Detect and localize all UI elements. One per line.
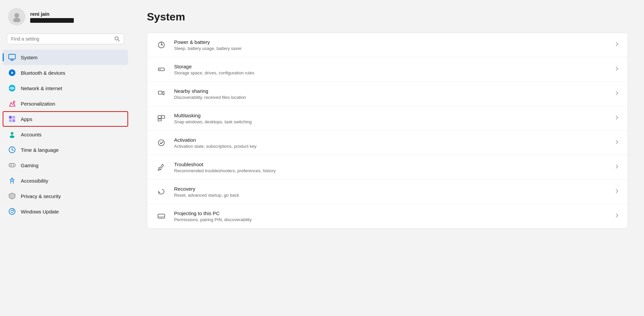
storage-chevron-icon [614, 66, 620, 73]
power-battery-text: Power & batterySleep, battery usage, bat… [174, 39, 607, 51]
privacy-nav-icon [8, 192, 16, 200]
settings-item-multitasking[interactable]: MultitaskingSnap windows, desktops, task… [147, 106, 628, 131]
sidebar-item-time[interactable]: Time & language [3, 142, 128, 157]
sidebar-item-accessibility[interactable]: Accessibility [3, 173, 128, 188]
activation-title: Activation [174, 137, 607, 143]
multitasking-text: MultitaskingSnap windows, desktops, task… [174, 113, 607, 124]
accessibility-nav-icon [8, 177, 16, 185]
network-nav-icon [8, 84, 16, 92]
nav-list: SystemBluetooth & devicesNetwork & inter… [0, 48, 131, 316]
svg-point-41 [161, 217, 162, 218]
power-battery-title: Power & battery [174, 39, 607, 45]
troubleshoot-icon [155, 161, 167, 173]
sidebar-item-personalization[interactable]: Personalization [3, 96, 128, 111]
nearby-sharing-icon [155, 88, 167, 100]
multitasking-chevron-icon [614, 115, 620, 122]
svg-rect-31 [160, 42, 163, 43]
avatar-icon [11, 11, 22, 22]
troubleshoot-title: Troubleshoot [174, 162, 607, 167]
svg-rect-32 [158, 68, 164, 71]
time-nav-icon [8, 146, 16, 154]
apps-nav-icon [8, 115, 16, 123]
sidebar-item-update[interactable]: Windows Update [3, 204, 128, 219]
activation-icon [155, 137, 167, 149]
update-nav-label: Windows Update [21, 209, 59, 214]
settings-item-storage[interactable]: StorageStorage space, drives, configurat… [147, 57, 628, 82]
svg-point-11 [13, 101, 15, 103]
sidebar-item-apps[interactable]: Apps [3, 111, 128, 127]
sidebar-item-network[interactable]: Network & internet [3, 80, 128, 96]
settings-item-nearby-sharing[interactable]: Nearby sharingDiscoverability, received … [147, 82, 628, 106]
svg-line-3 [118, 40, 120, 42]
main-content: System Power & batterySleep, battery usa… [131, 0, 644, 316]
settings-item-power-battery[interactable]: Power & batterySleep, battery usage, bat… [147, 33, 628, 57]
storage-icon [155, 63, 167, 75]
power-battery-chevron-icon [614, 42, 620, 48]
search-input[interactable] [11, 36, 112, 42]
bluetooth-nav-icon [8, 69, 16, 77]
sidebar-item-system[interactable]: System [3, 50, 128, 65]
page-title: System [147, 11, 628, 23]
settings-item-troubleshoot[interactable]: TroubleshootRecommended troubleshooters,… [147, 155, 628, 180]
svg-line-28 [13, 182, 14, 184]
sidebar-item-accounts[interactable]: Accounts [3, 127, 128, 142]
search-icon [114, 36, 120, 42]
gaming-nav-icon [8, 161, 16, 169]
accessibility-nav-label: Accessibility [21, 178, 48, 184]
search-box[interactable] [7, 34, 124, 44]
svg-rect-36 [161, 116, 165, 118]
multitasking-icon [155, 112, 167, 124]
svg-point-29 [9, 208, 15, 214]
nearby-sharing-chevron-icon [614, 90, 620, 97]
storage-desc: Storage space, drives, configuration rul… [174, 70, 607, 75]
troubleshoot-text: TroubleshootRecommended troubleshooters,… [174, 162, 607, 173]
nearby-sharing-title: Nearby sharing [174, 88, 607, 94]
settings-item-projecting[interactable]: Projecting to this PCPermissions, pairin… [147, 204, 628, 228]
sidebar-item-privacy[interactable]: Privacy & security [3, 188, 128, 204]
nearby-sharing-desc: Discoverability, received files location [174, 95, 607, 100]
activation-text: ActivationActivation state, subscription… [174, 137, 607, 149]
svg-rect-34 [158, 91, 162, 94]
accounts-nav-label: Accounts [21, 132, 42, 137]
svg-line-20 [12, 150, 13, 150]
gaming-nav-label: Gaming [21, 163, 39, 168]
sidebar-item-gaming[interactable]: Gaming [3, 157, 128, 173]
svg-rect-15 [12, 119, 15, 122]
power-battery-icon [155, 39, 167, 51]
multitasking-title: Multitasking [174, 113, 607, 118]
user-email-masked [30, 18, 74, 23]
nearby-sharing-text: Nearby sharingDiscoverability, received … [174, 88, 607, 100]
system-nav-icon [8, 53, 16, 61]
avatar [8, 8, 25, 25]
svg-point-1 [13, 18, 20, 22]
user-info: reni jain [30, 11, 74, 23]
svg-point-17 [10, 135, 14, 138]
privacy-nav-label: Privacy & security [21, 193, 61, 199]
recovery-chevron-icon [614, 188, 620, 195]
settings-list: Power & batterySleep, battery usage, bat… [147, 33, 628, 229]
sidebar-item-bluetooth[interactable]: Bluetooth & devices [3, 65, 128, 80]
svg-rect-4 [9, 54, 15, 59]
troubleshoot-desc: Recommended troubleshooters, preferences… [174, 168, 607, 173]
settings-item-activation[interactable]: ActivationActivation state, subscription… [147, 131, 628, 155]
svg-point-26 [11, 178, 13, 179]
activation-desc: Activation state, subscriptions, product… [174, 144, 607, 149]
troubleshoot-chevron-icon [614, 164, 620, 171]
svg-point-38 [158, 140, 164, 146]
bluetooth-nav-label: Bluetooth & devices [21, 70, 65, 76]
time-nav-label: Time & language [21, 147, 59, 153]
power-battery-desc: Sleep, battery usage, battery saver [174, 46, 607, 51]
user-name: reni jain [30, 11, 74, 17]
settings-item-recovery[interactable]: RecoveryReset, advanced startup, go back [147, 180, 628, 204]
svg-line-27 [10, 182, 11, 184]
projecting-icon [155, 210, 167, 222]
svg-rect-33 [159, 69, 161, 70]
svg-rect-21 [9, 164, 15, 167]
personalization-nav-icon [8, 100, 16, 108]
svg-rect-37 [158, 119, 161, 121]
projecting-desc: Permissions, pairing PIN, discoverabilit… [174, 217, 607, 222]
projecting-chevron-icon [614, 213, 620, 219]
projecting-text: Projecting to this PCPermissions, pairin… [174, 210, 607, 222]
recovery-text: RecoveryReset, advanced startup, go back [174, 186, 607, 198]
multitasking-desc: Snap windows, desktops, task switching [174, 119, 607, 124]
